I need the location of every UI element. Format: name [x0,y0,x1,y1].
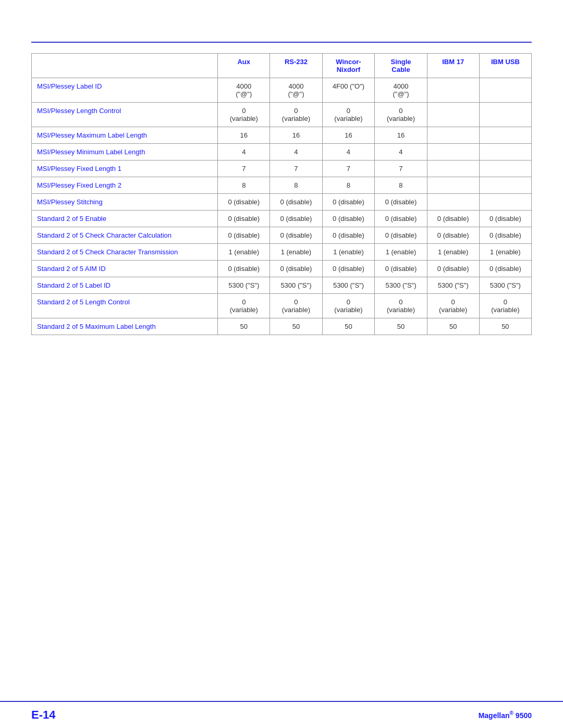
cell-aux: 0 (disable) [218,227,270,244]
cell-ibm17: 1 (enable) [427,244,479,261]
cell-wincor: 8 [322,177,375,194]
cell-wincor: 16 [322,127,375,144]
cell-rs232: 0(variable) [270,294,322,318]
cell-ibmusb: 0(variable) [479,294,531,318]
cell-single: 0 (disable) [375,211,427,227]
cell-single: 0 (disable) [375,261,427,277]
cell-rs232: 1 (enable) [270,244,322,261]
table-row: MSI/Plessey Length Control0(variable)0(v… [32,103,532,127]
cell-ibmusb [479,194,531,211]
cell-label: MSI/Plessey Length Control [32,103,218,127]
table-row: MSI/Plessey Fixed Length 17777 [32,161,532,177]
cell-ibmusb [479,103,531,127]
cell-ibmusb: 5300 ("S") [479,277,531,294]
cell-wincor: 0(variable) [322,294,375,318]
footer-product-name: Magellan® 9500 [479,710,532,720]
cell-ibmusb: 0 (disable) [479,227,531,244]
cell-label: MSI/Plessey Label ID [32,78,218,103]
cell-aux: 4 [218,144,270,161]
cell-single: 1 (enable) [375,244,427,261]
cell-wincor: 0 (disable) [322,211,375,227]
cell-single: 0(variable) [375,103,427,127]
cell-rs232: 0 (disable) [270,227,322,244]
cell-label: MSI/Plessey Fixed Length 2 [32,177,218,194]
table-row: Standard 2 of 5 Check Character Calculat… [32,227,532,244]
cell-label: MSI/Plessey Maximum Label Length [32,127,218,144]
cell-aux: 8 [218,177,270,194]
cell-aux: 0 (disable) [218,211,270,227]
cell-ibm17 [427,161,479,177]
cell-ibm17 [427,103,479,127]
cell-aux: 7 [218,161,270,177]
cell-rs232: 5300 ("S") [270,277,322,294]
cell-rs232: 8 [270,177,322,194]
cell-ibm17: 0 (disable) [427,211,479,227]
cell-wincor: 0 (disable) [322,227,375,244]
data-table: Aux RS-232 Wincor-Nixdorf SingleCable IB… [31,53,532,335]
cell-wincor: 4F00 ("O") [322,78,375,103]
cell-ibmusb [479,177,531,194]
table-row: MSI/Plessey Minimum Label Length4444 [32,144,532,161]
table-row: Standard 2 of 5 Label ID5300 ("S")5300 (… [32,277,532,294]
cell-wincor: 0 (disable) [322,261,375,277]
cell-ibmusb: 50 [479,318,531,335]
table-row: Standard 2 of 5 Length Control0(variable… [32,294,532,318]
cell-rs232: 4000("@") [270,78,322,103]
cell-label: Standard 2 of 5 Check Character Calculat… [32,227,218,244]
cell-wincor: 0(variable) [322,103,375,127]
page-footer: E-14 Magellan® 9500 [0,701,563,728]
cell-label: Standard 2 of 5 Enable [32,211,218,227]
col-header-label [32,54,218,78]
cell-single: 0(variable) [375,294,427,318]
cell-wincor: 1 (enable) [322,244,375,261]
cell-rs232: 4 [270,144,322,161]
table-row: Standard 2 of 5 Enable0 (disable)0 (disa… [32,211,532,227]
cell-aux: 0(variable) [218,294,270,318]
cell-single: 0 (disable) [375,194,427,211]
cell-ibmusb [479,161,531,177]
cell-rs232: 16 [270,127,322,144]
cell-label: MSI/Plessey Fixed Length 1 [32,161,218,177]
cell-rs232: 0 (disable) [270,211,322,227]
cell-ibm17 [427,177,479,194]
cell-label: Standard 2 of 5 Label ID [32,277,218,294]
cell-aux: 1 (enable) [218,244,270,261]
table-row: MSI/Plessey Fixed Length 28888 [32,177,532,194]
cell-label: MSI/Plessey Minimum Label Length [32,144,218,161]
cell-ibmusb [479,78,531,103]
cell-single: 8 [375,177,427,194]
cell-wincor: 7 [322,161,375,177]
table-row: Standard 2 of 5 AIM ID0 (disable)0 (disa… [32,261,532,277]
cell-label: MSI/Plessey Stitching [32,194,218,211]
footer-page-number: E-14 [31,708,55,722]
cell-ibm17: 0(variable) [427,294,479,318]
cell-ibm17 [427,194,479,211]
table-row: MSI/Plessey Stitching0 (disable)0 (disab… [32,194,532,211]
cell-ibmusb: 0 (disable) [479,261,531,277]
cell-aux: 0(variable) [218,103,270,127]
cell-ibmusb [479,127,531,144]
table-row: Standard 2 of 5 Check Character Transmis… [32,244,532,261]
cell-single: 4 [375,144,427,161]
col-header-wincor: Wincor-Nixdorf [322,54,375,78]
cell-wincor: 50 [322,318,375,335]
cell-ibm17 [427,127,479,144]
cell-ibm17: 5300 ("S") [427,277,479,294]
cell-label: Standard 2 of 5 Check Character Transmis… [32,244,218,261]
table-row: MSI/Plessey Label ID4000("@")4000("@")4F… [32,78,532,103]
cell-ibm17 [427,144,479,161]
cell-wincor: 5300 ("S") [322,277,375,294]
cell-aux: 0 (disable) [218,261,270,277]
cell-label: Standard 2 of 5 Length Control [32,294,218,318]
table-header-row: Aux RS-232 Wincor-Nixdorf SingleCable IB… [32,54,532,78]
cell-rs232: 0(variable) [270,103,322,127]
cell-label: Standard 2 of 5 AIM ID [32,261,218,277]
cell-rs232: 0 (disable) [270,194,322,211]
table-row: Standard 2 of 5 Maximum Label Length5050… [32,318,532,335]
col-header-ibmusb: IBM USB [479,54,531,78]
cell-wincor: 4 [322,144,375,161]
cell-rs232: 0 (disable) [270,261,322,277]
cell-single: 0 (disable) [375,227,427,244]
cell-ibm17: 0 (disable) [427,261,479,277]
col-header-ibm17: IBM 17 [427,54,479,78]
